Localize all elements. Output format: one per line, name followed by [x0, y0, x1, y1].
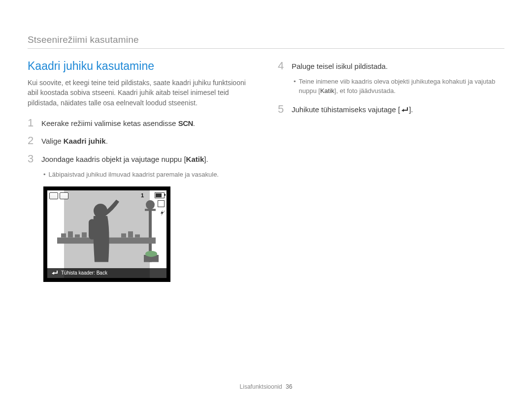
step-1: 1 Keerake režiimi valimise ketas asendis… — [28, 117, 254, 129]
step-2: 2 Valige Kaadri juhik. — [28, 134, 254, 147]
text: ], et foto jäädvustada. — [334, 87, 396, 94]
svg-rect-7 — [75, 234, 80, 237]
bottom-strip: Tühista kaader: Back — [47, 268, 166, 278]
bullet-icon: • — [43, 170, 46, 180]
footer: Lisafunktsioonid 36 — [0, 383, 532, 390]
step-3-sub: • Läbipaistvad juhikud ilmuvad kaadrist … — [43, 170, 254, 180]
flash-auto-icon: A — [160, 209, 165, 215]
step-5: 5 Juhikute tühistamiseks vajutage []. — [278, 103, 504, 116]
step-4: 4 Paluge teisel isikul pildistada. — [278, 60, 504, 72]
svg-point-12 — [94, 204, 107, 218]
bold-text: Kaadri juhik — [64, 137, 106, 145]
text: Valige — [41, 137, 64, 145]
text: Juhikute tühistamiseks vajutage [ — [292, 105, 400, 114]
svg-rect-5 — [61, 233, 66, 237]
sub-text: Läbipaistvad juhikud ilmuvad kaadrist pa… — [49, 170, 219, 180]
step-number: 3 — [28, 153, 41, 165]
storage-icon — [158, 200, 165, 207]
battery-icon — [155, 192, 165, 198]
step-3: 3 Joondage kaadris objekt ja vajutage nu… — [28, 153, 254, 165]
svg-rect-9 — [121, 233, 126, 237]
bold-text: Katik — [186, 155, 204, 163]
text: ]. — [204, 155, 208, 163]
svg-rect-10 — [128, 231, 133, 237]
strip-text: Tühista kaader: Back — [61, 270, 107, 276]
sub-text: Teine inimene viib kaadris oleva objekti… — [299, 77, 504, 96]
step-4-sub: • Teine inimene viib kaadris oleva objek… — [294, 77, 504, 96]
intro-paragraph: Kui soovite, et keegi teine teid pildist… — [28, 78, 254, 108]
step-text: Keerake režiimi valimise ketas asendisse… — [41, 117, 195, 129]
footer-label: Lisafunktsioonid — [240, 383, 282, 390]
text: . — [193, 119, 195, 127]
top-right-icons: A — [155, 192, 165, 215]
step-text: Juhikute tühistamiseks vajutage []. — [292, 103, 413, 116]
divider — [28, 48, 504, 49]
screen-inner: 1 A — [47, 190, 166, 278]
svg-rect-3 — [145, 209, 156, 211]
bold-text: Katik — [320, 87, 334, 94]
return-icon — [400, 107, 408, 113]
step-number: 2 — [28, 134, 41, 147]
right-column: 4 Paluge teisel isikul pildistada. • Tei… — [278, 60, 504, 282]
manual-page: Stseenirežiimi kasutamine Kaadri juhiku … — [0, 0, 532, 401]
scene-silhouette — [47, 190, 166, 267]
text: ]. — [409, 105, 413, 114]
text: Joondage kaadris objekt ja vajutage nupp… — [41, 155, 186, 163]
text: Keerake režiimi valimise ketas asendisse — [41, 119, 178, 127]
shot-count: 1 — [141, 192, 144, 198]
scn-icon: SCN — [178, 119, 193, 127]
bullet-icon: • — [294, 77, 296, 87]
mode-icon — [49, 192, 58, 199]
back-icon — [50, 270, 58, 276]
svg-rect-8 — [82, 232, 87, 237]
svg-text:A: A — [164, 210, 165, 213]
step-number: 4 — [278, 60, 292, 72]
content-columns: Kaadri juhiku kasutamine Kui soovite, et… — [28, 60, 504, 282]
section-title: Kaadri juhiku kasutamine — [28, 60, 254, 73]
left-column: Kaadri juhiku kasutamine Kui soovite, et… — [28, 60, 254, 282]
svg-rect-13 — [89, 219, 96, 240]
text: . — [106, 137, 108, 145]
camera-screen-preview: 1 A — [43, 186, 170, 282]
svg-rect-11 — [135, 234, 140, 237]
page-number: 36 — [286, 383, 292, 390]
step-text: Valige Kaadri juhik. — [41, 134, 108, 147]
svg-rect-6 — [68, 231, 73, 237]
step-text: Paluge teisel isikul pildistada. — [292, 60, 388, 72]
svg-point-15 — [145, 251, 157, 257]
top-left-icons — [49, 192, 68, 199]
step-number: 1 — [28, 117, 41, 129]
step-number: 5 — [278, 103, 292, 116]
frame-guide-icon — [60, 192, 68, 199]
breadcrumb: Stseenirežiimi kasutamine — [28, 34, 504, 45]
step-text: Joondage kaadris objekt ja vajutage nupp… — [41, 153, 208, 165]
svg-point-2 — [146, 200, 155, 210]
